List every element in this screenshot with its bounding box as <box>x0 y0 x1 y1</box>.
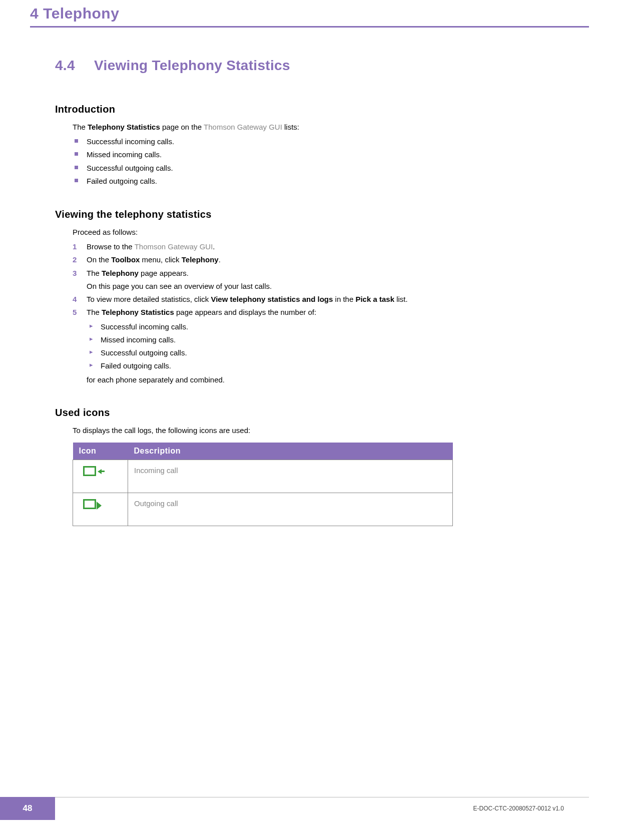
intro-text-bold: Telephony Statistics <box>88 123 160 131</box>
step5-sublist: Successful incoming calls. Missed incomi… <box>87 320 564 373</box>
chapter-title: Telephony <box>43 5 119 22</box>
intro-text-link: Thomson Gateway GUI <box>204 123 282 131</box>
table-header-row: Icon Description <box>73 443 453 460</box>
step5-tail: for each phone separately and combined. <box>87 373 564 386</box>
list-item: Successful incoming calls. <box>73 135 564 148</box>
intro-text-pre: The <box>73 123 88 131</box>
introduction-heading: Introduction <box>55 104 564 115</box>
link-text: Thomson Gateway GUI <box>135 242 213 251</box>
list-item: Successful outgoing calls. <box>73 162 564 175</box>
icons-lead: To displays the call logs, the following… <box>73 425 564 437</box>
list-item: Successful incoming calls. <box>87 320 564 333</box>
intro-text-mid: page on the <box>160 123 204 131</box>
incoming-call-icon <box>83 466 96 476</box>
list-item: Browse to the Thomson Gateway GUI. <box>73 240 564 253</box>
page-number: 48 <box>0 797 55 820</box>
intro-bullet-list: Successful incoming calls. Missed incomi… <box>73 135 564 188</box>
icons-block: Used icons To displays the call logs, th… <box>55 407 564 526</box>
viewing-block: Viewing the telephony statistics Proceed… <box>55 209 564 386</box>
icon-cell <box>73 493 128 526</box>
list-item: The Telephony Statistics page appears an… <box>73 306 564 385</box>
description-cell: Outgoing call <box>128 493 453 526</box>
list-item: Missed incoming calls. <box>73 148 564 161</box>
intro-text-post: lists: <box>282 123 299 131</box>
section-title: Viewing Telephony Statistics <box>94 58 290 73</box>
list-item: Missed incoming calls. <box>87 333 564 346</box>
icons-table: Icon Description Incoming call Outgoing … <box>73 443 453 526</box>
list-item: Failed outgoing calls. <box>87 359 564 372</box>
section-heading: 4.4 Viewing Telephony Statistics <box>55 58 564 74</box>
viewing-steps: Browse to the Thomson Gateway GUI. On th… <box>73 240 564 386</box>
list-item: Successful outgoing calls. <box>87 346 564 359</box>
table-header-icon: Icon <box>73 443 128 460</box>
outgoing-call-icon <box>83 499 96 509</box>
description-cell: Incoming call <box>128 460 453 493</box>
list-item: On the Toolbox menu, click Telephony. <box>73 253 564 266</box>
introduction-block: Introduction The Telephony Statistics pa… <box>55 104 564 188</box>
page-header: 4 Telephony <box>0 0 619 28</box>
list-item: The Telephony page appears. On this page… <box>73 267 564 293</box>
icons-heading: Used icons <box>55 407 564 418</box>
page-footer: 48 E-DOC-CTC-20080527-0012 v1.0 <box>0 797 619 820</box>
viewing-lead: Proceed as follows: <box>73 226 564 238</box>
table-row: Outgoing call <box>73 493 453 526</box>
viewing-heading: Viewing the telephony statistics <box>55 209 564 220</box>
section-number: 4.4 <box>55 58 90 74</box>
list-item: Failed outgoing calls. <box>73 175 564 188</box>
doc-id: E-DOC-CTC-20080527-0012 v1.0 <box>473 797 564 820</box>
table-header-description: Description <box>128 443 453 460</box>
chapter-number: 4 <box>30 5 39 22</box>
list-item: To view more detailed statistics, click … <box>73 293 564 306</box>
table-row: Incoming call <box>73 460 453 493</box>
icon-cell <box>73 460 128 493</box>
